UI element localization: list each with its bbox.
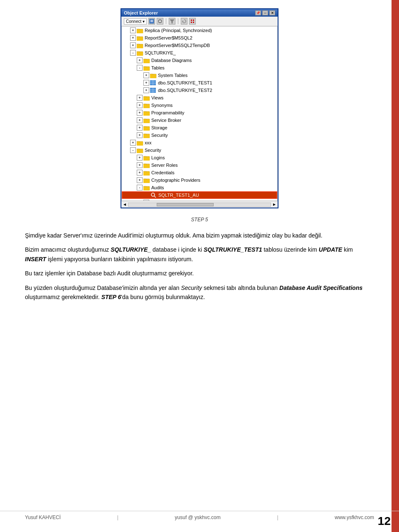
- folder-icon-security-main: [137, 148, 143, 153]
- folder-icon-reportserver2tempdb: [137, 43, 143, 48]
- explorer-container: Object Explorer 📌 ─ ✕ Connect ▾: [25, 8, 374, 208]
- svg-marker-73: [143, 172, 150, 176]
- svg-marker-29: [143, 67, 150, 71]
- page-content: Object Explorer 📌 ─ ✕ Connect ▾: [0, 0, 399, 341]
- expand-icon-security-main[interactable]: -: [130, 147, 136, 153]
- nav-right[interactable]: ▶: [272, 202, 277, 207]
- tree-item-test2[interactable]: + dbo.SQLTURKIYE_TEST2: [122, 87, 277, 94]
- folder-icon-storage: [143, 125, 150, 131]
- expand-icon-audits[interactable]: -: [137, 185, 143, 191]
- tree-item-security-sub[interactable]: + Security: [122, 131, 277, 139]
- tree-item-service-broker[interactable]: + Service Broker: [122, 116, 277, 124]
- tree-item-storage[interactable]: + Storage: [122, 124, 277, 131]
- tree-item-reportserver2tempdb[interactable]: + ReportServer$M5SQL2TempDB: [122, 42, 277, 49]
- expand-icon-test2[interactable]: +: [143, 87, 149, 93]
- nav-scrollbar[interactable]: [128, 203, 271, 207]
- expand-icon-synonyms[interactable]: +: [137, 102, 143, 108]
- toolbar-icon-filter[interactable]: [169, 18, 175, 25]
- expand-icon-server-roles[interactable]: +: [137, 162, 143, 168]
- svg-marker-32: [150, 75, 156, 78]
- item-label-reportserver2tempdb: ReportServer$M5SQL2TempDB: [145, 43, 210, 48]
- svg-marker-6: [170, 20, 174, 23]
- item-label-security-main: Security: [145, 148, 161, 153]
- folder-icon-credentials: [143, 170, 150, 176]
- tree-item-views[interactable]: + Views: [122, 94, 277, 101]
- expand-icon-logins[interactable]: +: [137, 155, 143, 161]
- expand-icon-credentials[interactable]: +: [137, 170, 143, 176]
- expand-icon-xxx[interactable]: +: [130, 140, 136, 146]
- tree-item-xxx[interactable]: + xxx: [122, 139, 277, 146]
- expand-icon-test1[interactable]: +: [143, 80, 149, 86]
- tree-item-sqlturkiye[interactable]: - SQLTURKIYE_: [122, 49, 277, 57]
- tree-view[interactable]: + Replica (Principal, Synchronized)+ Rep…: [121, 26, 278, 201]
- tree-item-security-main[interactable]: - Security: [122, 146, 277, 154]
- p2-mid: database i içinde ki: [151, 246, 204, 253]
- expand-icon-programmability[interactable]: +: [137, 110, 143, 116]
- tree-item-credentials[interactable]: + Credentials: [122, 169, 277, 176]
- tree-item-server-audit-spec[interactable]: + Server Audit Specifications: [122, 199, 277, 201]
- folder-icon-views: [143, 95, 150, 101]
- paragraph-1: Şimdiye kadar Server'ımız üzerinde Audit…: [25, 231, 374, 240]
- folder-icon-security-sub: [143, 133, 150, 138]
- folder-icon-service-broker: [143, 118, 150, 123]
- tree-item-logins[interactable]: + Logins: [122, 154, 277, 161]
- tree-item-replica[interactable]: + Replica (Principal, Synchronized): [122, 27, 277, 34]
- nav-left[interactable]: ◀: [122, 202, 127, 207]
- expand-icon-security-sub[interactable]: +: [137, 132, 143, 138]
- p2-db: SQLTURKIYE_: [111, 246, 151, 253]
- footer-email: yusuf @ yskhvc.com: [175, 515, 221, 520]
- footer-author: Yusuf KAHVECİ: [25, 515, 61, 520]
- expand-icon-service-broker[interactable]: +: [137, 117, 143, 123]
- toolbar-icon-refresh[interactable]: [181, 18, 187, 25]
- tree-item-tables[interactable]: - Tables: [122, 64, 277, 72]
- item-label-system-tables: System Tables: [158, 73, 187, 78]
- expand-icon-views[interactable]: +: [137, 95, 143, 101]
- expand-icon-tables[interactable]: -: [137, 65, 143, 71]
- expand-icon-crypto[interactable]: +: [137, 177, 143, 183]
- footer-sep-1: |: [117, 515, 118, 520]
- folder-icon-server-roles: [143, 163, 150, 168]
- text-section: Şimdiye kadar Server'ımız üzerinde Audit…: [25, 231, 374, 302]
- item-label-replica: Replica (Principal, Synchronized): [145, 28, 212, 33]
- pin-button[interactable]: 📌: [255, 10, 261, 15]
- tree-item-reportserver2[interactable]: + ReportServer$M5SQL2: [122, 34, 277, 42]
- expand-icon-reportserver2[interactable]: +: [130, 35, 136, 41]
- tree-item-audits[interactable]: - Audits: [122, 184, 277, 191]
- p4-step-end: 'da bunu görmüş bulunmaktayız.: [121, 294, 205, 300]
- svg-marker-26: [143, 60, 150, 63]
- expand-icon-sqlturkiye[interactable]: -: [130, 50, 136, 56]
- toolbar-icon-more[interactable]: [189, 18, 196, 25]
- paragraph-4: Bu yüzden oluşturduğumuz Database'imizin…: [25, 283, 374, 302]
- expand-icon-db-diagrams[interactable]: +: [137, 57, 143, 63]
- table-icon-test2: [150, 88, 157, 93]
- folder-icon-crypto: [143, 178, 150, 183]
- item-label-credentials: Credentials: [151, 170, 175, 175]
- expand-icon-reportserver2tempdb[interactable]: +: [130, 42, 136, 48]
- close-button[interactable]: ✕: [269, 10, 275, 15]
- tree-item-db-diagrams[interactable]: + Database Diagrams: [122, 57, 277, 64]
- expand-icon-server-audit-spec[interactable]: +: [143, 200, 149, 201]
- folder-icon-programmability: [143, 110, 150, 116]
- item-label-db-diagrams: Database Diagrams: [151, 58, 192, 63]
- tree-item-programmability[interactable]: + Programmability: [122, 109, 277, 116]
- item-label-sqlturkiye: SQLTURKIYE_: [145, 50, 176, 55]
- expand-icon-system-tables[interactable]: +: [143, 72, 149, 78]
- tree-item-server-roles[interactable]: + Server Roles: [122, 161, 277, 169]
- toolbar-icon-1[interactable]: [148, 18, 155, 25]
- toolbar-icon-2[interactable]: [157, 18, 163, 25]
- p4-audit-spec: Database Audit Specifications: [279, 285, 362, 291]
- expand-icon-replica[interactable]: +: [130, 27, 136, 33]
- connect-button[interactable]: Connect ▾: [124, 18, 147, 25]
- expand-icon-storage[interactable]: +: [137, 125, 143, 131]
- tree-item-synonyms[interactable]: + Synonyms: [122, 101, 277, 109]
- tree-item-system-tables[interactable]: + System Tables: [122, 72, 277, 79]
- tree-item-sqltr-test1-au[interactable]: SQLTR_TEST1_AU: [122, 191, 277, 199]
- item-label-server-roles: Server Roles: [151, 163, 178, 168]
- folder-icon-sqlturkiye: [137, 50, 143, 56]
- item-label-test1: dbo.SQLTURKIYE_TEST1: [158, 80, 212, 85]
- tree-item-crypto[interactable]: + Cryptographic Providers: [122, 176, 277, 184]
- minimize-button[interactable]: ─: [262, 10, 268, 15]
- item-label-service-broker: Service Broker: [151, 118, 181, 123]
- tree-item-test1[interactable]: + dbo.SQLTURKIYE_TEST1: [122, 79, 277, 87]
- svg-marker-46: [143, 105, 150, 108]
